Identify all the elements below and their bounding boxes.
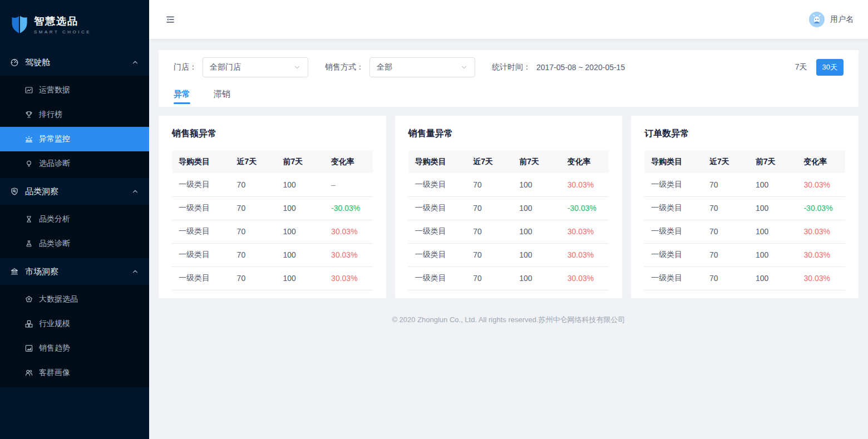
cell-recent-7d: 70 bbox=[703, 243, 749, 267]
table-row: 一级类目7010030.03% bbox=[644, 243, 845, 267]
brand-logo-icon bbox=[11, 15, 28, 34]
sidebar-item-industry-scale[interactable]: 行业规模 bbox=[0, 312, 149, 336]
cell-recent-7d: 70 bbox=[466, 220, 512, 243]
cell-prev-7d: 100 bbox=[277, 243, 325, 267]
table-row: 一级类目70100-30.03% bbox=[172, 196, 373, 220]
cell-change-rate: 30.03% bbox=[561, 267, 609, 290]
users-icon bbox=[24, 368, 33, 377]
table-row: 一级类目7010030.03% bbox=[172, 243, 373, 267]
cell-change-rate: 30.03% bbox=[324, 220, 373, 243]
table-row: 一级类目7010030.03% bbox=[644, 173, 845, 196]
sidebar-item-label: 选品诊断 bbox=[39, 159, 70, 169]
avatar bbox=[809, 12, 825, 27]
cell-change-rate: 30.03% bbox=[797, 243, 845, 267]
sidebar-group-label: 驾驶舱 bbox=[25, 57, 50, 68]
time-range-value: 2017-05-08 ~ 2020-05-15 bbox=[536, 63, 625, 72]
sidebar-item-selection-diagnosis[interactable]: 选品诊断 bbox=[0, 151, 149, 176]
table-header-row: 导购类目近7天前7天变化率 bbox=[408, 151, 609, 173]
alarm-icon bbox=[24, 135, 33, 144]
cell-change-rate: 30.03% bbox=[324, 243, 373, 267]
anomaly-card-0: 销售额异常导购类目近7天前7天变化率一级类目70100–一级类目70100-30… bbox=[159, 116, 386, 298]
cards-row: 销售额异常导购类目近7天前7天变化率一级类目70100–一级类目70100-30… bbox=[159, 116, 859, 298]
anomaly-table: 导购类目近7天前7天变化率一级类目7010030.03%一级类目70100-30… bbox=[644, 151, 845, 290]
cell-category: 一级类目 bbox=[644, 267, 703, 290]
card-title: 销售额异常 bbox=[172, 128, 373, 140]
cell-prev-7d: 100 bbox=[512, 267, 561, 290]
cell-prev-7d: 100 bbox=[512, 196, 561, 220]
sales-mode-select[interactable]: 全部 bbox=[369, 57, 475, 77]
cell-change-rate: -30.03% bbox=[797, 196, 845, 220]
sidebar-item-ranking[interactable]: 排行榜 bbox=[0, 102, 149, 127]
sidebar-submenu-market-insight: 大数据选品行业规模销售趋势客群画像 bbox=[0, 285, 149, 387]
cell-category: 一级类目 bbox=[644, 196, 703, 220]
card-title: 销售量异常 bbox=[408, 128, 609, 140]
sidebar-group-market-insight[interactable]: 市场洞察 bbox=[0, 258, 149, 285]
chevron-up-icon bbox=[131, 268, 139, 275]
range-7d-button[interactable]: 7天 bbox=[795, 62, 807, 72]
hourglass-icon bbox=[24, 215, 33, 224]
table-header-row: 导购类目近7天前7天变化率 bbox=[644, 151, 845, 173]
table-header-row: 导购类目近7天前7天变化率 bbox=[172, 151, 373, 173]
column-header: 近7天 bbox=[703, 151, 749, 173]
sidebar-item-category-analysis[interactable]: 品类分析 bbox=[0, 207, 149, 231]
column-header: 变化率 bbox=[797, 151, 845, 173]
content: 门店： 全部门店 销售方式： 全部 统计时间： bbox=[149, 39, 868, 439]
cell-recent-7d: 70 bbox=[230, 243, 277, 267]
anomaly-card-2: 订单数异常导购类目近7天前7天变化率一级类目7010030.03%一级类目701… bbox=[631, 116, 859, 298]
menu-fold-icon[interactable] bbox=[165, 14, 176, 25]
sidebar-group-cockpit[interactable]: 驾驶舱 bbox=[0, 49, 149, 76]
cell-recent-7d: 70 bbox=[466, 267, 512, 290]
chevron-up-icon bbox=[131, 188, 139, 195]
tab-slow-moving[interactable]: 滞销 bbox=[214, 81, 230, 107]
user-menu[interactable]: 用户名 bbox=[809, 12, 854, 27]
cell-category: 一级类目 bbox=[172, 173, 230, 196]
cell-recent-7d: 70 bbox=[466, 173, 512, 196]
table-row: 一级类目7010030.03% bbox=[644, 220, 845, 243]
table-row: 一级类目7010030.03% bbox=[408, 243, 609, 267]
sales-mode-select-value: 全部 bbox=[377, 62, 392, 72]
sidebar-menu: 驾驶舱运营数据排行榜异常监控选品诊断品类洞察品类分析品类诊断市场洞察大数据选品行… bbox=[0, 49, 149, 387]
table-row: 一级类目7010030.03% bbox=[172, 220, 373, 243]
column-header: 近7天 bbox=[466, 151, 512, 173]
column-header: 导购类目 bbox=[172, 151, 230, 173]
sidebar-group-label: 市场洞察 bbox=[25, 267, 58, 277]
sidebar-item-bigdata-selection[interactable]: 大数据选品 bbox=[0, 287, 149, 312]
column-header: 导购类目 bbox=[408, 151, 467, 173]
chevron-down-icon bbox=[460, 63, 468, 71]
sales-mode-filter-label: 销售方式： bbox=[325, 62, 364, 72]
column-header: 变化率 bbox=[561, 151, 609, 173]
sidebar-submenu-cockpit: 运营数据排行榜异常监控选品诊断 bbox=[0, 76, 149, 178]
filter-row: 门店： 全部门店 销售方式： 全部 统计时间： bbox=[174, 50, 844, 81]
cell-recent-7d: 70 bbox=[466, 243, 512, 267]
cell-prev-7d: 100 bbox=[512, 173, 561, 196]
anomaly-table: 导购类目近7天前7天变化率一级类目7010030.03%一级类目70100-30… bbox=[408, 151, 609, 290]
sidebar-item-label: 品类诊断 bbox=[39, 239, 70, 249]
sidebar-item-anomaly-monitor[interactable]: 异常监控 bbox=[0, 127, 149, 151]
sidebar-item-label: 大数据选品 bbox=[39, 294, 78, 304]
bank-icon bbox=[10, 267, 19, 276]
cell-category: 一级类目 bbox=[408, 220, 467, 243]
store-select[interactable]: 全部门店 bbox=[203, 57, 308, 77]
cubes-icon bbox=[24, 319, 33, 328]
sidebar-group-category-insight[interactable]: 品类洞察 bbox=[0, 178, 149, 205]
tabs: 异常滞销 bbox=[174, 81, 844, 107]
cell-prev-7d: 100 bbox=[277, 196, 325, 220]
brand-logo[interactable]: 智慧选品 SMART CHOICE bbox=[0, 0, 149, 49]
cell-category: 一级类目 bbox=[408, 196, 467, 220]
sidebar-item-sales-trend[interactable]: 销售趋势 bbox=[0, 336, 149, 361]
sidebar-item-customer-profile[interactable]: 客群画像 bbox=[0, 361, 149, 385]
cell-category: 一级类目 bbox=[408, 267, 467, 290]
column-header: 前7天 bbox=[277, 151, 325, 173]
cell-recent-7d: 70 bbox=[230, 220, 277, 243]
main-area: 用户名 门店： 全部门店 销售方式： 全部 bbox=[149, 0, 868, 439]
tab-anomaly[interactable]: 异常 bbox=[174, 81, 190, 107]
chevron-up-icon bbox=[131, 58, 139, 66]
table-row: 一级类目7010030.03% bbox=[172, 267, 373, 290]
cell-prev-7d: 100 bbox=[512, 220, 561, 243]
sidebar-item-operation-data[interactable]: 运营数据 bbox=[0, 78, 149, 102]
sidebar-item-category-diagnosis[interactable]: 品类诊断 bbox=[0, 231, 149, 256]
column-header: 前7天 bbox=[512, 151, 561, 173]
line-chart-icon bbox=[24, 86, 33, 95]
range-30d-button[interactable]: 30天 bbox=[816, 59, 844, 76]
column-header: 变化率 bbox=[324, 151, 373, 173]
